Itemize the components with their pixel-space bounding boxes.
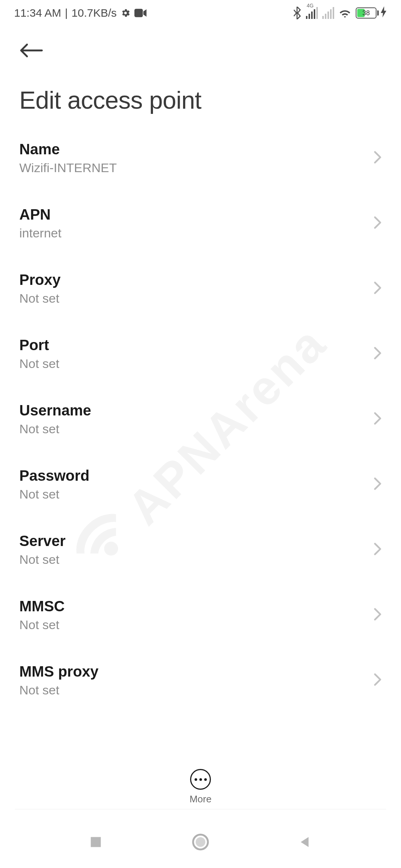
- setting-mms-proxy[interactable]: MMS proxy Not set: [0, 648, 401, 713]
- setting-value: Not set: [19, 487, 89, 502]
- setting-value: internet: [19, 226, 61, 240]
- apn-settings-list: Name Wizifi-INTERNET APN internet Proxy …: [0, 125, 401, 713]
- chevron-right-icon: [374, 608, 382, 622]
- signal-sim1: 4G: [306, 7, 318, 19]
- setting-label: Username: [19, 402, 91, 419]
- chevron-right-icon: [374, 477, 382, 492]
- chevron-right-icon: [374, 412, 382, 427]
- setting-value: Not set: [19, 683, 98, 697]
- chevron-right-icon: [374, 281, 382, 296]
- more-button[interactable]: [190, 769, 211, 790]
- setting-value: Not set: [19, 618, 65, 632]
- setting-label: Password: [19, 467, 89, 484]
- setting-value: Not set: [19, 291, 61, 306]
- setting-label: MMS proxy: [19, 663, 98, 680]
- chevron-right-icon: [374, 542, 382, 557]
- signal-sim2: [322, 7, 334, 19]
- setting-server[interactable]: Server Not set: [0, 517, 401, 582]
- setting-label: Server: [19, 533, 66, 549]
- setting-value: Not set: [19, 422, 91, 436]
- setting-value: Not set: [19, 552, 66, 567]
- nav-back-button[interactable]: [299, 835, 312, 849]
- circle-icon: [192, 833, 209, 851]
- video-icon: [134, 9, 147, 17]
- divider: [15, 809, 386, 809]
- svg-point-3: [196, 837, 205, 847]
- setting-label: Name: [19, 141, 117, 158]
- setting-apn[interactable]: APN internet: [0, 191, 401, 256]
- setting-password[interactable]: Password Not set: [0, 452, 401, 517]
- setting-mmsc[interactable]: MMSC Not set: [0, 582, 401, 648]
- setting-username[interactable]: Username Not set: [0, 387, 401, 452]
- setting-name[interactable]: Name Wizifi-INTERNET: [0, 125, 401, 191]
- battery-indicator: 38: [356, 6, 387, 20]
- svg-rect-0: [134, 9, 143, 17]
- charging-icon: [380, 6, 387, 20]
- setting-label: MMSC: [19, 598, 65, 615]
- chevron-right-icon: [374, 346, 382, 361]
- setting-label: Port: [19, 337, 59, 354]
- page-title: Edit access point: [0, 60, 401, 125]
- setting-value: Wizifi-INTERNET: [19, 161, 117, 175]
- chevron-right-icon: [374, 216, 382, 231]
- back-button[interactable]: [19, 42, 43, 59]
- navigation-bar: [0, 816, 401, 868]
- more-label: More: [189, 793, 211, 805]
- nav-recent-button[interactable]: [89, 835, 102, 849]
- setting-label: Proxy: [19, 272, 61, 288]
- chevron-right-icon: [374, 673, 382, 688]
- setting-value: Not set: [19, 356, 59, 371]
- status-sep: |: [65, 7, 68, 19]
- square-icon: [89, 835, 102, 849]
- setting-port[interactable]: Port Not set: [0, 321, 401, 387]
- triangle-left-icon: [299, 835, 312, 849]
- status-speed: 10.7KB/s: [72, 7, 117, 19]
- arrow-left-icon: [19, 42, 43, 59]
- gear-icon: [120, 8, 131, 18]
- bluetooth-icon: [293, 7, 301, 19]
- more-icon: [195, 778, 197, 781]
- setting-proxy[interactable]: Proxy Not set: [0, 256, 401, 321]
- svg-rect-1: [91, 837, 101, 847]
- status-time: 11:34 AM: [14, 7, 61, 19]
- chevron-right-icon: [374, 151, 382, 165]
- setting-label: APN: [19, 206, 61, 223]
- status-bar: 11:34 AM | 10.7KB/s 4G 38: [0, 0, 401, 26]
- nav-home-button[interactable]: [192, 833, 209, 851]
- wifi-icon: [339, 8, 351, 18]
